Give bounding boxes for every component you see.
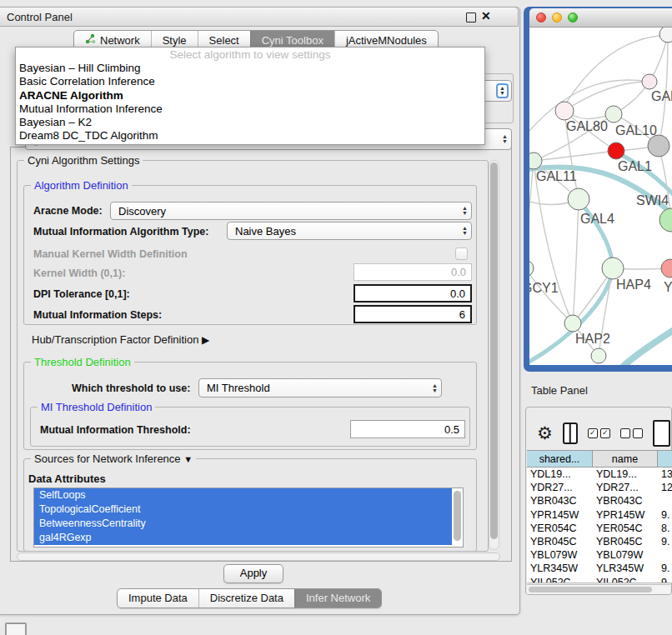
tab-impute-data[interactable]: Impute Data (118, 589, 198, 608)
cell: YBR045C (593, 535, 658, 548)
hub-definition-disclosure[interactable]: Hub/Transcription Factor Definition ▶ (32, 333, 209, 346)
network-node-hap2[interactable] (564, 315, 581, 332)
settings-horizontal-scrollbar[interactable] (17, 552, 500, 561)
network-node-label: GAL10 (615, 123, 657, 138)
table-horizontal-scrollbar[interactable] (527, 584, 670, 594)
aracne-mode-combo[interactable]: Discovery ▲▼ (110, 202, 472, 220)
algorithm-definition-title: Algorithm Definition (31, 179, 132, 192)
dropdown-item-mutual-information[interactable]: Mutual Information Inference (16, 102, 484, 116)
data-attributes-list: SelfLoops TopologicalCoefficient Between… (33, 488, 464, 548)
cell: YDR27... (527, 481, 593, 494)
network-node-gal80[interactable] (555, 102, 574, 120)
list-item-betweennesscentrality[interactable]: BetweennessCentrality (34, 517, 452, 531)
table-header-row: shared... name A (527, 450, 672, 468)
table-row[interactable]: YBR043CYBR043C (527, 494, 672, 508)
list-item-topologicalcoefficient[interactable]: TopologicalCoefficient (34, 502, 452, 517)
column-header-name[interactable]: name (593, 450, 658, 468)
table-row[interactable]: YDL19...YDL19...13 (527, 468, 672, 481)
table-row[interactable]: YBR045CYBR045C9. (527, 535, 672, 548)
table-row[interactable]: YER054CYER054C8. (527, 522, 672, 535)
network-node-label: GAL1 (618, 159, 652, 173)
kernel-width-field[interactable]: 0.0 (354, 263, 472, 281)
network-node-gal10[interactable] (605, 106, 622, 122)
scrollbar-thumb[interactable] (490, 162, 498, 539)
deselect-all-checkboxes-icon[interactable] (620, 428, 643, 438)
mi-steps-field[interactable]: 6 (354, 305, 472, 323)
sources-group-title: Sources for Network Inference ▼ (31, 452, 196, 465)
settings-vertical-scrollbar[interactable] (489, 160, 499, 550)
document-icon[interactable] (653, 420, 670, 447)
network-node-gal1[interactable] (608, 142, 624, 159)
manual-kernel-checkbox[interactable] (455, 248, 468, 260)
cell: 9. (658, 562, 672, 575)
cell: 9. (658, 576, 672, 584)
dropdown-item-bayesian-k2[interactable]: Bayesian – K2 (16, 116, 484, 129)
dropdown-item-dream8[interactable]: Dream8 DC_TDC Algorithm (16, 129, 484, 142)
network-node-hap4[interactable] (602, 258, 624, 279)
tab-cyni-toolbox-label: Cyni Toolbox (262, 34, 323, 47)
network-edge[interactable] (573, 199, 579, 323)
list-item-gal4rgexp[interactable]: gal4RGexp (34, 531, 452, 545)
network-edge[interactable] (529, 161, 534, 268)
collapsed-panel-icon[interactable] (5, 622, 27, 635)
network-canvas[interactable]: GAL7GAL80GAL10GAL1GAL11GAL4SWI4HAP4YGCY1… (529, 28, 672, 365)
minimize-traffic-light-icon[interactable] (552, 12, 562, 22)
network-node-label: GAL7 (651, 89, 672, 103)
gear-icon[interactable]: ⚙ (537, 424, 553, 442)
list-scrollbar-thumb[interactable] (454, 491, 461, 541)
tab-infer-network[interactable]: Infer Network (294, 589, 381, 608)
close-icon[interactable]: ✕ (481, 9, 491, 22)
column-header-shared-name[interactable]: shared... (527, 450, 593, 468)
close-traffic-light-icon[interactable] (536, 12, 546, 22)
which-threshold-combo[interactable]: MI Threshold ▲▼ (198, 378, 442, 398)
table-row[interactable]: YBL079WYBL079W (527, 548, 672, 562)
network-window-titlebar[interactable] (529, 8, 672, 28)
zoom-traffic-light-icon[interactable] (568, 12, 578, 22)
control-panel-titlebar[interactable] (0, 7, 519, 27)
network-node-gcy1[interactable] (529, 260, 534, 277)
tab-jactivemnodules-label: jActiveMNodules (346, 34, 427, 47)
float-window-icon[interactable] (466, 12, 476, 22)
network-node-y[interactable] (661, 259, 672, 278)
dropdown-item-bayesian-hill-climbing[interactable]: Bayesian – Hill Climbing (16, 62, 484, 75)
disclosure-down-arrow-icon[interactable]: ▼ (183, 454, 193, 464)
network-node-gal11[interactable] (529, 152, 542, 169)
combo-spinner-icon: ▲▼ (496, 83, 509, 98)
network-node-gal4[interactable] (568, 188, 589, 210)
network-node[interactable] (659, 28, 672, 42)
tab-impute-data-label: Impute Data (128, 592, 188, 604)
network-icon (85, 33, 96, 47)
table-row[interactable]: YDR27...YDR27...12 (527, 481, 672, 494)
column-selector-icon[interactable] (563, 422, 578, 444)
mi-algorithm-type-combo[interactable]: Naive Bayes ▲▼ (227, 222, 472, 240)
data-attributes-label: Data Attributes (28, 472, 106, 485)
sources-title-text: Sources for Network Inference (34, 452, 181, 465)
network-edge[interactable] (529, 268, 573, 323)
list-item-selfloops[interactable]: SelfLoops (34, 488, 452, 502)
cell: YLR345W (593, 562, 658, 575)
network-node-swi4[interactable] (659, 208, 672, 232)
table-row[interactable]: YLR345WYLR345W9. (527, 562, 672, 575)
column-header-clipped[interactable]: A (658, 450, 672, 468)
dropdown-item-basic-correlation[interactable]: Basic Correlation Inference (16, 75, 484, 88)
node-table: shared... name A YDL19...YDL19...13 YDR2… (527, 450, 672, 583)
tab-select-label: Select (209, 34, 239, 47)
network-edge[interactable] (622, 330, 672, 365)
dropdown-item-aracne[interactable]: ARACNE Algorithm (16, 89, 484, 102)
apply-button[interactable]: Apply (223, 564, 283, 583)
table-row[interactable]: YIL052CYIL052C9. (527, 576, 672, 584)
network-node-label: GAL80 (566, 119, 608, 133)
table-row[interactable]: YPR145WYPR145W9. (527, 508, 672, 522)
select-all-checkboxes-icon[interactable]: ✓✓ (588, 428, 610, 438)
network-node-gal7[interactable] (642, 74, 657, 89)
network-edge[interactable] (534, 161, 573, 323)
network-node[interactable] (591, 348, 606, 363)
mi-threshold-field[interactable]: 0.5 (350, 420, 465, 438)
scrollbar-thumb[interactable] (529, 587, 652, 592)
threshold-definition-title: Threshold Definition (31, 356, 134, 368)
network-edge[interactable] (564, 82, 649, 111)
dpi-tolerance-field[interactable]: 0.0 (354, 284, 472, 302)
tab-discretize-data[interactable]: Discretize Data (198, 589, 294, 608)
network-node[interactable] (648, 135, 669, 157)
cell: YIL052C (527, 576, 593, 584)
